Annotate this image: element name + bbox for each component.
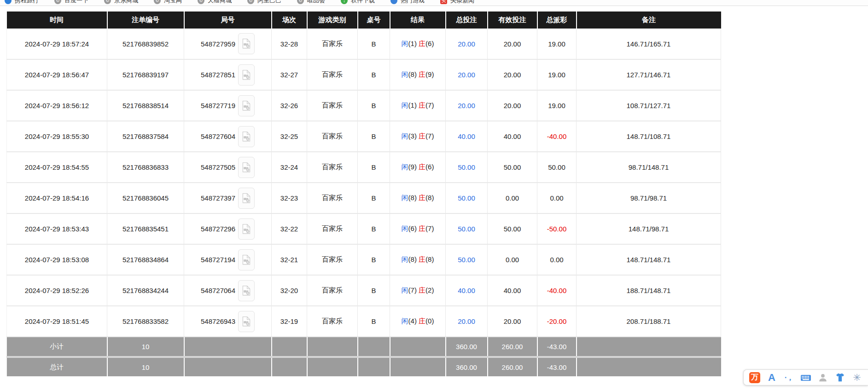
cell-total-bet: 20.00 [446, 90, 488, 121]
cell-remark: 98.71/148.71 [577, 152, 721, 183]
cell-valid-bet: 20.00 [488, 90, 537, 121]
summary-empty-cell [358, 357, 390, 376]
cell-total-bet: 40.00 [446, 121, 488, 152]
tmall-icon: ↻ [198, 0, 204, 4]
vip-icon: ↻ [297, 0, 304, 4]
bookmark-item[interactable]: ↓软件下载 [341, 0, 375, 5]
cell-time: 2024-07-29 18:54:16 [7, 183, 107, 213]
cell-payout: 0.00 [537, 244, 577, 275]
cell-round-id: 548726943 [184, 306, 272, 337]
column-header: 时间 [7, 12, 107, 29]
cell-table-no: B [358, 183, 390, 213]
player-label: 闲 [402, 132, 408, 140]
keyboard-icon[interactable] [800, 372, 811, 383]
player-label: 闲 [402, 101, 408, 109]
banker-score: (2) [425, 286, 434, 294]
round-number: 548727959 [201, 40, 235, 48]
summary-payout: -43.00 [537, 337, 577, 357]
cell-result: 闲(9) 庄(6) [390, 152, 446, 183]
cell-session: 32-19 [272, 306, 307, 337]
bookmark-label: 软件下载 [351, 0, 375, 5]
bookmark-item[interactable]: ↻天猫商城 [198, 0, 232, 5]
cell-game-type: 百家乐 [307, 306, 358, 337]
bookmark-item[interactable]: ↻淘宝网 [154, 0, 182, 5]
cell-session: 32-21 [272, 244, 307, 275]
round-number: 548727296 [201, 225, 235, 233]
table-row: 2024-07-29 18:56:12521768838514548727719… [7, 90, 721, 121]
summary-total-bet: 360.00 [446, 357, 488, 376]
video-replay-icon[interactable] [238, 157, 255, 178]
table-row: 2024-07-29 18:52:26521768834244548727064… [7, 275, 721, 306]
cell-time: 2024-07-29 18:57:24 [7, 29, 107, 59]
skin-tshirt-icon[interactable] [834, 372, 845, 383]
cell-bet-id: 521768836045 [107, 183, 184, 213]
banker-label: 庄 [419, 194, 425, 201]
player-label: 闲 [402, 70, 408, 78]
player-score: (6) [408, 224, 419, 232]
user-profile-icon[interactable] [817, 372, 828, 383]
knot-icon[interactable]: ✳ [851, 372, 862, 383]
cell-remark: 148.71/108.71 [577, 121, 721, 152]
bookmark-item[interactable]: ↻百度一下 [54, 0, 88, 5]
bookmark-item[interactable]: 携程旅行 [5, 0, 39, 5]
player-score: (9) [408, 163, 419, 171]
bookmark-item[interactable]: ↻唯品会 [297, 0, 325, 5]
player-label: 闲 [402, 224, 408, 232]
round-number: 548727064 [201, 287, 235, 294]
cell-result: 闲(6) 庄(7) [390, 213, 446, 244]
video-replay-icon[interactable] [238, 249, 255, 270]
video-replay-icon[interactable] [238, 218, 255, 240]
font-mode-icon[interactable]: A [766, 372, 777, 383]
player-score: (8) [408, 194, 419, 201]
video-replay-icon[interactable] [238, 64, 255, 86]
total-row: 总计10360.00260.00-43.00 [7, 357, 721, 376]
video-replay-icon[interactable] [238, 280, 255, 301]
video-replay-icon[interactable] [238, 126, 255, 147]
subtotal-row: 小计10360.00260.00-43.00 [7, 337, 721, 357]
video-replay-icon[interactable] [238, 33, 255, 54]
bookmark-item[interactable]: ↻阿里巴巴 [247, 0, 281, 5]
video-replay-icon[interactable] [238, 311, 255, 332]
column-header: 桌号 [358, 12, 390, 29]
cell-result: 闲(1) 庄(7) [390, 90, 446, 121]
cell-valid-bet: 20.00 [488, 306, 537, 337]
bookmark-label: 携程旅行 [15, 0, 39, 5]
hot-games-icon [390, 0, 397, 4]
cell-remark: 127.71/146.71 [577, 59, 721, 90]
punctuation-icon[interactable]: ·， [783, 372, 794, 383]
cell-result: 闲(8) 庄(9) [390, 59, 446, 90]
summary-empty-cell [577, 337, 721, 357]
banker-score: (0) [425, 317, 434, 325]
cell-session: 32-24 [272, 152, 307, 183]
banker-label: 庄 [419, 132, 425, 140]
player-label: 闲 [402, 255, 408, 263]
bookmark-item[interactable]: 热门游戏 [390, 0, 425, 5]
bookmark-item[interactable]: 头头条新闻 [440, 0, 474, 5]
cell-valid-bet: 40.00 [488, 275, 537, 306]
table-row: 2024-07-29 18:53:08521768834864548727194… [7, 244, 721, 275]
video-replay-icon[interactable] [238, 188, 255, 209]
cell-time: 2024-07-29 18:51:45 [7, 306, 107, 337]
cell-payout: 0.00 [537, 183, 577, 213]
bookmark-label: 头条新闻 [450, 0, 474, 5]
cell-total-bet: 20.00 [446, 306, 488, 337]
summary-empty-cell [184, 357, 272, 376]
banker-score: (8) [425, 194, 434, 201]
summary-label: 总计 [7, 357, 107, 376]
player-label: 闲 [402, 194, 408, 201]
ime-logo-icon[interactable]: 万 [749, 372, 760, 383]
banker-score: (6) [425, 40, 434, 47]
cell-table-no: B [358, 29, 390, 59]
video-replay-icon[interactable] [238, 95, 255, 116]
summary-total-bet: 360.00 [446, 337, 488, 357]
cell-session: 32-28 [272, 29, 307, 59]
summary-count: 10 [107, 357, 184, 376]
cell-round-id: 548727959 [184, 29, 272, 59]
jd-icon: ↻ [104, 0, 111, 4]
bookmark-item[interactable]: ↻京东商城 [104, 0, 138, 5]
cell-bet-id: 521768835451 [107, 213, 184, 244]
cell-game-type: 百家乐 [307, 29, 358, 59]
cell-valid-bet: 20.00 [488, 29, 537, 59]
cell-valid-bet: 0.00 [488, 183, 537, 213]
cell-session: 32-25 [272, 121, 307, 152]
